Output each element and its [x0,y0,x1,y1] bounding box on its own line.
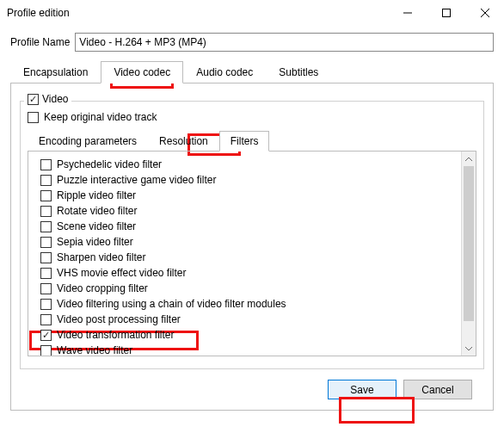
filter-checkbox[interactable] [40,206,52,217]
tab-body-video-codec: Video Keep original video track Encoding… [10,84,494,411]
subtab-filters[interactable]: Filters [219,131,270,152]
tab-video-codec[interactable]: Video codec [101,61,183,84]
filter-checkbox[interactable] [40,330,52,341]
filter-row: VHS movie effect video filter [40,265,458,281]
filter-label: Video cropping filter [57,282,148,294]
filter-label: Video post processing filter [57,313,181,325]
video-group: Video Keep original video track Encoding… [20,101,484,369]
save-button[interactable]: Save [328,380,396,399]
filter-row: Rotate video filter [40,203,458,219]
cancel-button[interactable]: Cancel [403,380,472,399]
filter-label: VHS movie effect video filter [57,267,187,279]
filter-checkbox[interactable] [40,159,52,170]
filter-row: Video filtering using a chain of video f… [40,296,458,312]
filter-row: Wave video filter [40,343,458,356]
profile-name-label: Profile Name [10,36,70,48]
maximize-button[interactable] [427,0,465,26]
filter-label: Video filtering using a chain of video f… [57,298,286,310]
filter-label: Wave video filter [57,344,132,356]
filter-row: Ripple video filter [40,188,458,203]
filter-label: Scene video filter [57,220,136,232]
filter-label: Rotate video filter [57,205,137,217]
filter-checkbox[interactable] [40,268,52,279]
tab-subtitles[interactable]: Subtitles [266,61,331,84]
filter-row: Video transformation filter [40,327,458,343]
scroll-down-icon[interactable] [462,341,476,356]
sub-tabs: Encoding parameters Resolution Filters [28,130,476,152]
svg-rect-1 [442,9,450,17]
subtab-encoding-parameters[interactable]: Encoding parameters [28,131,148,152]
filter-row: Sepia video filter [40,234,458,250]
filter-label: Puzzle interactive game video filter [57,174,216,186]
filters-list: Psychedelic video filterPuzzle interacti… [28,152,476,356]
filter-label: Psychedelic video filter [57,158,162,170]
minimize-button[interactable] [388,0,427,26]
filter-label: Sharpen video filter [57,251,145,263]
scroll-thumb[interactable] [464,166,474,321]
scroll-up-icon[interactable] [462,152,476,166]
filter-label: Ripple video filter [57,189,136,201]
filter-row: Sharpen video filter [40,250,458,265]
scroll-track[interactable] [462,166,476,341]
filter-row: Scene video filter [40,219,458,234]
window-title: Profile edition [7,7,388,19]
filter-checkbox[interactable] [40,345,52,356]
keep-original-label: Keep original video track [44,111,157,123]
filter-checkbox[interactable] [40,314,52,325]
filter-label: Video transformation filter [57,329,175,341]
filter-row: Video cropping filter [40,281,458,296]
filter-checkbox[interactable] [40,221,52,232]
filter-row: Video post processing filter [40,312,458,327]
tab-encapsulation[interactable]: Encapsulation [10,61,101,84]
close-button[interactable] [465,0,504,26]
filter-row: Puzzle interactive game video filter [40,172,458,188]
profile-name-input[interactable] [75,33,494,52]
filter-row: Psychedelic video filter [40,157,458,172]
filter-checkbox[interactable] [40,237,52,248]
filter-label: Sepia video filter [57,236,133,248]
video-group-legend: Video [42,93,68,105]
keep-original-checkbox[interactable] [28,112,39,123]
filter-checkbox[interactable] [40,283,52,294]
filter-checkbox[interactable] [40,190,52,201]
filter-checkbox[interactable] [40,299,52,310]
filter-checkbox[interactable] [40,252,52,263]
main-tabs: Encapsulation Video codec Audio codec Su… [10,60,494,84]
tab-audio-codec[interactable]: Audio codec [183,61,266,84]
subtab-resolution[interactable]: Resolution [148,131,219,152]
video-enable-checkbox[interactable] [28,94,39,105]
scrollbar[interactable] [461,152,476,356]
titlebar: Profile edition [0,0,504,26]
filter-checkbox[interactable] [40,175,52,186]
